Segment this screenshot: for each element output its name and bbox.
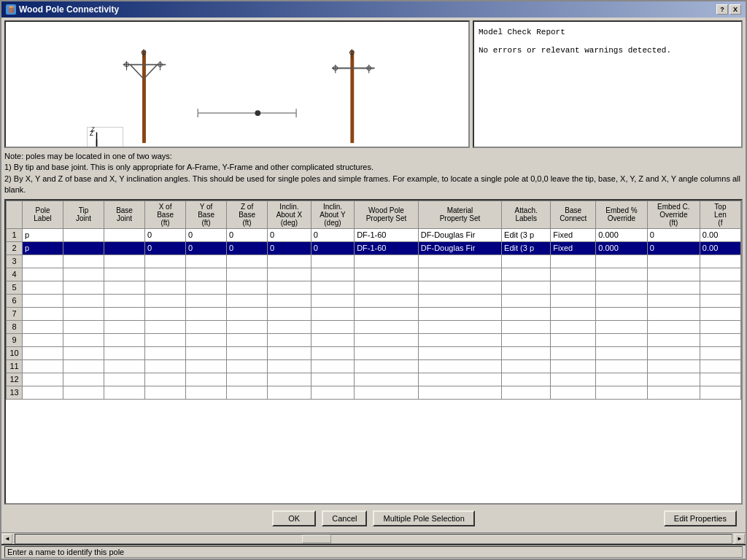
- cell-inclin_x[interactable]: [268, 386, 311, 399]
- cell-base_connect[interactable]: [551, 294, 596, 307]
- cell-wood_pole_ps[interactable]: [355, 307, 419, 320]
- cell-base_joint[interactable]: [104, 254, 145, 268]
- cell-num[interactable]: 12: [7, 373, 23, 386]
- multiple-pole-button[interactable]: Multiple Pole Selection: [373, 510, 474, 526]
- cell-pole_label[interactable]: [23, 373, 63, 386]
- cell-pole_label[interactable]: [23, 254, 63, 268]
- cell-inclin_y[interactable]: [311, 346, 354, 359]
- cell-tip_joint[interactable]: [63, 373, 104, 386]
- cell-num[interactable]: 10: [7, 346, 23, 359]
- cell-base_joint[interactable]: [104, 268, 145, 281]
- help-button[interactable]: ?: [716, 4, 728, 15]
- cell-material_ps[interactable]: [418, 373, 501, 386]
- hscroll-left-arrow[interactable]: ◀: [2, 534, 12, 544]
- cell-pole_label[interactable]: [23, 333, 63, 346]
- cell-num[interactable]: 2: [7, 241, 23, 254]
- cell-num[interactable]: 7: [7, 307, 23, 320]
- cell-inclin_y[interactable]: 0: [311, 228, 354, 241]
- cell-x_of_base[interactable]: [145, 294, 186, 307]
- cell-tip_joint[interactable]: [63, 281, 104, 294]
- cell-material_ps[interactable]: [418, 320, 501, 333]
- cell-material_ps[interactable]: [418, 307, 501, 320]
- cell-inclin_y[interactable]: [311, 373, 354, 386]
- cell-z_of_base[interactable]: [227, 386, 268, 399]
- cell-tip_joint[interactable]: [63, 346, 104, 359]
- cell-material_ps[interactable]: [418, 333, 501, 346]
- table-row[interactable]: 5: [7, 281, 741, 294]
- cell-z_of_base[interactable]: [227, 346, 268, 359]
- cell-attach_labels[interactable]: [502, 307, 551, 320]
- cell-z_of_base[interactable]: 0: [227, 228, 268, 241]
- cell-base_connect[interactable]: [551, 333, 596, 346]
- cell-embed_pct[interactable]: [596, 346, 648, 359]
- cell-base_connect[interactable]: [551, 254, 596, 268]
- cell-inclin_y[interactable]: [311, 281, 354, 294]
- cell-y_of_base[interactable]: [186, 320, 227, 333]
- cell-num[interactable]: 6: [7, 294, 23, 307]
- cell-wood_pole_ps[interactable]: [355, 254, 419, 268]
- cell-attach_labels[interactable]: [502, 281, 551, 294]
- cell-base_joint[interactable]: [104, 307, 145, 320]
- cell-top[interactable]: [700, 254, 740, 268]
- cell-tip_joint[interactable]: [63, 228, 104, 241]
- cell-top[interactable]: [700, 386, 740, 399]
- cell-base_connect[interactable]: Fixed: [551, 228, 596, 241]
- edit-properties-button[interactable]: Edit Properties: [664, 510, 737, 526]
- cell-y_of_base[interactable]: [186, 386, 227, 399]
- cell-wood_pole_ps[interactable]: DF-1-60: [355, 241, 419, 254]
- table-row[interactable]: 6: [7, 294, 741, 307]
- cell-attach_labels[interactable]: [502, 346, 551, 359]
- table-row[interactable]: 13: [7, 386, 741, 399]
- cell-top[interactable]: [700, 373, 740, 386]
- table-row[interactable]: 7: [7, 307, 741, 320]
- cell-material_ps[interactable]: [418, 359, 501, 373]
- cell-embed_c_override[interactable]: 0: [647, 228, 700, 241]
- cell-embed_pct[interactable]: [596, 386, 648, 399]
- cell-pole_label[interactable]: [23, 346, 63, 359]
- cell-embed_pct[interactable]: [596, 268, 648, 281]
- cell-wood_pole_ps[interactable]: [355, 333, 419, 346]
- cell-z_of_base[interactable]: 0: [227, 241, 268, 254]
- cell-base_joint[interactable]: [104, 373, 145, 386]
- cell-inclin_x[interactable]: [268, 346, 311, 359]
- cell-embed_c_override[interactable]: [647, 373, 700, 386]
- cell-x_of_base[interactable]: [145, 268, 186, 281]
- cancel-button[interactable]: Cancel: [322, 510, 367, 526]
- cell-x_of_base[interactable]: [145, 307, 186, 320]
- cell-y_of_base[interactable]: [186, 346, 227, 359]
- cell-attach_labels[interactable]: Edit (3 p: [502, 228, 551, 241]
- cell-pole_label[interactable]: [23, 307, 63, 320]
- cell-wood_pole_ps[interactable]: DF-1-60: [355, 228, 419, 241]
- table-row[interactable]: 2p00000DF-1-60DF-Douglas FirEdit (3 pFix…: [7, 241, 741, 254]
- cell-top[interactable]: [700, 268, 740, 281]
- cell-z_of_base[interactable]: [227, 254, 268, 268]
- cell-tip_joint[interactable]: [63, 307, 104, 320]
- cell-attach_labels[interactable]: [502, 254, 551, 268]
- cell-wood_pole_ps[interactable]: [355, 386, 419, 399]
- cell-inclin_x[interactable]: [268, 333, 311, 346]
- cell-embed_pct[interactable]: [596, 307, 648, 320]
- cell-wood_pole_ps[interactable]: [355, 268, 419, 281]
- cell-inclin_y[interactable]: [311, 307, 354, 320]
- cell-inclin_y[interactable]: [311, 320, 354, 333]
- cell-embed_c_override[interactable]: [647, 268, 700, 281]
- hscroll-right-arrow[interactable]: ▶: [735, 534, 745, 544]
- cell-embed_pct[interactable]: [596, 373, 648, 386]
- table-row[interactable]: 4: [7, 268, 741, 281]
- hscroll-track[interactable]: [15, 534, 732, 544]
- table-row[interactable]: 1p00000DF-1-60DF-Douglas FirEdit (3 pFix…: [7, 228, 741, 241]
- cell-wood_pole_ps[interactable]: [355, 294, 419, 307]
- cell-pole_label[interactable]: [23, 359, 63, 373]
- cell-pole_label[interactable]: [23, 281, 63, 294]
- cell-embed_pct[interactable]: [596, 254, 648, 268]
- cell-inclin_x[interactable]: [268, 254, 311, 268]
- cell-embed_pct[interactable]: [596, 359, 648, 373]
- cell-top[interactable]: [700, 281, 740, 294]
- cell-inclin_x[interactable]: [268, 373, 311, 386]
- cell-z_of_base[interactable]: [227, 373, 268, 386]
- cell-x_of_base[interactable]: [145, 281, 186, 294]
- cell-inclin_y[interactable]: [311, 359, 354, 373]
- table-wrapper[interactable]: PoleLabel TipJoint BaseJoint X ofBase(ft…: [6, 201, 741, 503]
- cell-embed_c_override[interactable]: [647, 307, 700, 320]
- cell-material_ps[interactable]: [418, 346, 501, 359]
